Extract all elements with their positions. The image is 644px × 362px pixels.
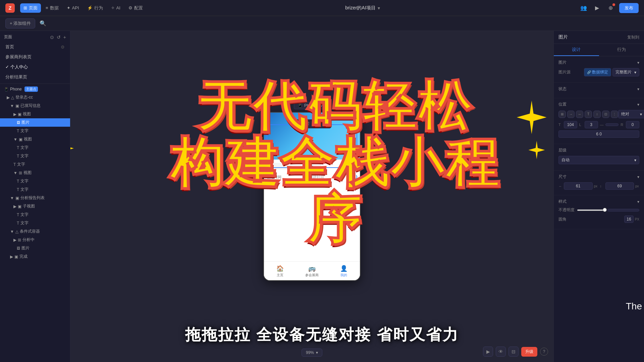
gap-value[interactable]: 6 0 <box>558 130 639 138</box>
tab-ai[interactable]: ✧ AI <box>108 3 124 13</box>
zoom-bar: 99% ▾ <box>302 349 322 357</box>
tree-selected-item[interactable]: 🖼 图片 <box>0 118 70 127</box>
data-bind-badge[interactable]: 🔗 数据绑定 <box>584 68 611 76</box>
link-icon[interactable]: ⊕ <box>313 122 316 126</box>
tabbar-exhibitor[interactable]: 🚌 参会展商 <box>296 265 328 278</box>
tabbar-mine[interactable]: 👤 我的 <box>328 265 360 278</box>
tree-view-1[interactable]: ▶ ▣ 视图 <box>0 110 70 118</box>
publish-button[interactable]: 发布 <box>619 3 639 13</box>
panel-icon-2[interactable]: ↺ <box>57 35 61 40</box>
project-title-area: brizer的AI项目 ▾ <box>149 5 576 11</box>
coord-b-value[interactable]: 0 <box>626 121 639 128</box>
edit-handle[interactable]: ✏ <box>359 116 360 124</box>
panel-icon-add[interactable]: + <box>63 35 66 40</box>
tree-text-7[interactable]: T 文字 <box>0 210 70 219</box>
tree-text-8[interactable]: T 文字 <box>0 219 70 227</box>
eye-bottom-icon[interactable]: 👁 <box>496 347 506 357</box>
config-icon: ⚙ <box>128 5 132 10</box>
tree-filled-info[interactable]: ▼ ▣ 已填写信息 <box>0 102 70 110</box>
frames-bottom-icon[interactable]: ⊟ <box>508 347 519 357</box>
search-button[interactable]: 🔍 <box>38 18 48 28</box>
users-icon[interactable]: 👥 <box>579 3 588 13</box>
tab-behavior[interactable]: ⚡ 行为 <box>84 3 106 13</box>
page-home[interactable]: 首页 ⚙ <box>0 42 70 52</box>
tree-text-2[interactable]: T 文字 <box>0 143 70 152</box>
tab-design[interactable]: 设计 <box>554 44 599 56</box>
help-button[interactable]: ? <box>540 348 548 356</box>
tree-login[interactable]: ▶ △ 登录态-cc <box>0 93 70 102</box>
tree-text-1[interactable]: T 文字 <box>0 127 70 135</box>
zoom-dropdown-icon[interactable]: ▾ <box>316 350 318 355</box>
coord-r-value[interactable] <box>605 123 619 126</box>
pos-icon-1[interactable]: ⊞ <box>558 111 566 118</box>
coord-l-value[interactable]: 3 <box>585 121 598 128</box>
position-section-header: 位置 ▾ <box>558 102 639 107</box>
phone-device-icon: 📱 <box>298 103 303 108</box>
pos-icon-4[interactable]: T <box>585 111 592 118</box>
upgrade-button[interactable]: 升级 <box>521 347 537 357</box>
canvas-background[interactable]: 📱 Phone (375) 🖼 图片 ⊕ T 🗑 <box>70 31 553 362</box>
tab-config[interactable]: ⚙ 配置 <box>125 3 146 13</box>
gap-row: 6 0 <box>558 130 639 138</box>
radius-value[interactable]: 16 <box>624 216 633 223</box>
tree-view-2[interactable]: ▼ ▣ 视图 <box>0 135 70 143</box>
right-panel-header: 图片 复制到 <box>554 31 644 44</box>
pos-icon-2[interactable]: → <box>567 111 575 118</box>
dropdown-icon[interactable]: ▾ <box>378 5 380 11</box>
add-component-button[interactable]: + 添加组件 <box>5 18 35 28</box>
width-value[interactable]: 61 <box>564 182 593 190</box>
page-personal-center[interactable]: ✓ 个人中心 <box>0 62 70 72</box>
share-icon[interactable]: ⊕ <box>606 3 615 13</box>
tab-behavior[interactable]: 行为 <box>599 44 644 56</box>
pos-icon-5[interactable]: ↕ <box>593 111 601 118</box>
section-expand-icon[interactable]: ▾ <box>637 60 639 65</box>
position-expand-icon[interactable]: ▾ <box>637 102 639 107</box>
opacity-slider[interactable] <box>577 209 639 212</box>
tree-conditional[interactable]: ▼ △ 条件式容器 <box>0 227 70 236</box>
play-icon[interactable]: ▶ <box>592 3 602 13</box>
pos-icon-3[interactable]: ↔ <box>576 111 583 118</box>
coord-t-value[interactable]: 104 <box>564 121 577 128</box>
phone-screen: 🖼 图片 ⊕ T 🗑 <box>264 113 360 280</box>
tree-text-3[interactable]: T 文字 <box>0 152 70 160</box>
phone-frame: 🖼 图片 ⊕ T 🗑 <box>263 112 361 281</box>
slider-thumb[interactable] <box>603 208 607 212</box>
section-position: 位置 ▾ ⊞ → ↔ T ↕ ⊡ ⋮ 绝对 ▾ T 104 <box>554 98 644 144</box>
page-analysis[interactable]: 分析结果页 <box>0 72 70 82</box>
tree-subview[interactable]: ▶ ▣ 子视图 <box>0 202 70 210</box>
text-icon[interactable]: T <box>319 122 321 126</box>
pos-icon-6[interactable]: ⊡ <box>602 111 609 118</box>
style-expand-icon[interactable]: ▾ <box>637 199 639 204</box>
tree-phone-root[interactable]: 📱 Phone 主题点 <box>0 85 70 93</box>
tree-image[interactable]: 🖼 图片 <box>0 244 70 252</box>
tabbar-home[interactable]: 🏠 主页 <box>264 265 296 278</box>
page-exhibitor-list[interactable]: 参展商列表页 <box>0 52 70 62</box>
radius-row: 圆角 16 PX <box>558 216 639 223</box>
tree-analysis-list[interactable]: ▼ ▣ 分析报告列表 <box>0 194 70 202</box>
position-type-row: ⊞ → ↔ T ↕ ⊡ ⋮ 绝对 ▾ <box>558 110 639 118</box>
tree-analyzing[interactable]: ▶ ⊞ 分析中 <box>0 236 70 244</box>
tree-text-6[interactable]: T 文字 <box>0 185 70 194</box>
panel-icon-1[interactable]: ⊙ <box>50 35 54 40</box>
tree-view-3[interactable]: ▼ ⊞ 视图 <box>0 169 70 177</box>
opacity-value[interactable] <box>607 209 640 212</box>
height-value[interactable]: 69 <box>605 182 634 190</box>
tab-pages[interactable]: ⊞ 页面 <box>20 3 41 13</box>
tree-complete[interactable]: ▶ ▣ 完成 <box>0 252 70 261</box>
layer-auto-select[interactable]: 自动 ▾ <box>558 156 639 164</box>
section-image: 图片 ▾ 图片源 🔗 数据绑定 完整图片 ▾ <box>554 56 644 83</box>
position-type-select[interactable]: 绝对 ▾ <box>618 110 644 118</box>
width-input: ↔ 61 px <box>558 182 598 190</box>
size-expand-icon[interactable]: ▾ <box>637 175 639 179</box>
tree-text-5[interactable]: T 文字 <box>0 177 70 185</box>
pos-icon-7[interactable]: ⋮ <box>611 111 618 118</box>
tab-api[interactable]: ✦ API <box>63 3 83 13</box>
image-type-select[interactable]: 完整图片 ▾ <box>612 68 639 76</box>
layer-section-header: 层级 <box>558 147 639 153</box>
tree-text-4[interactable]: T 文字 <box>0 160 70 169</box>
status-expand-icon[interactable]: ▾ <box>637 87 639 92</box>
coord-l: L 3 <box>579 121 598 128</box>
play-bottom-icon[interactable]: ▶ <box>483 347 493 357</box>
tab-data[interactable]: ≡ 数据 <box>42 3 62 13</box>
delete-icon[interactable]: 🗑 <box>324 122 328 126</box>
